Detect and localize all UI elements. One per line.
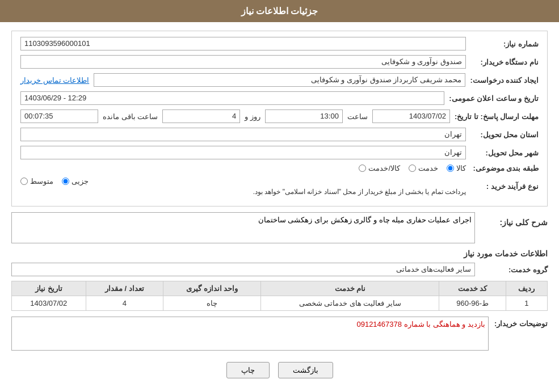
col-unit: واحد اندازه گیری bbox=[163, 281, 261, 296]
page-header: جزئیات اطلاعات نیاز bbox=[0, 0, 559, 22]
buyer-row: نام دستگاه خریدار: صندوق نوآوری و شکوفای… bbox=[20, 55, 539, 69]
back-button[interactable]: بازگشت bbox=[278, 362, 333, 378]
requester-row: ایجاد کننده درخواست: محمد شریفی کاربرداز… bbox=[20, 73, 539, 87]
city-value: تهران bbox=[20, 146, 466, 159]
services-table-header: ردیف کد خدمت نام خدمت واحد اندازه گیری ت… bbox=[12, 281, 548, 296]
col-date: تاریخ نیاز bbox=[12, 281, 86, 296]
process-note: پرداخت تمام یا بخشی از مبلغ خریدار از مح… bbox=[20, 188, 466, 196]
datetime-value: 1403/06/29 - 12:29 bbox=[20, 91, 444, 105]
category-service-radio[interactable] bbox=[409, 165, 416, 172]
response-time: 13:00 bbox=[265, 109, 343, 123]
category-option-goods[interactable]: کالا bbox=[447, 164, 466, 172]
process-partial-label: جزیی bbox=[72, 177, 89, 186]
service-group-value: سایر فعالیت‌های خدماتی bbox=[11, 263, 475, 276]
need-number-value: 1103093596000101 bbox=[20, 37, 466, 50]
col-quantity: تعداد / مقدار bbox=[86, 281, 163, 296]
process-type-label: نوع فرآیند خرید : bbox=[470, 182, 539, 191]
category-goods-radio[interactable] bbox=[447, 165, 454, 172]
datetime-row: تاریخ و ساعت اعلان عمومی: 1403/06/29 - 1… bbox=[20, 91, 539, 105]
process-option-medium[interactable]: متوسط bbox=[20, 177, 53, 186]
col-row-num: ردیف bbox=[506, 281, 547, 296]
category-row: طبقه بندی موضوعی: کالا/خدمت خدمت کالا bbox=[20, 164, 539, 172]
category-label: طبقه بندی موضوعی: bbox=[470, 164, 539, 172]
requester-contact-link[interactable]: اطلاعات تماس خریدار bbox=[20, 76, 89, 85]
buyer-notes-label: توضیحات خریدار: bbox=[494, 317, 548, 328]
category-option-service[interactable]: خدمت bbox=[409, 164, 438, 172]
buyer-label: نام دستگاه خریدار: bbox=[470, 58, 539, 66]
services-table: ردیف کد خدمت نام خدمت واحد اندازه گیری ت… bbox=[11, 281, 548, 311]
cell-row-num: 1 bbox=[506, 296, 547, 311]
cell-quantity: 4 bbox=[86, 296, 163, 311]
response-time-label: ساعت bbox=[347, 112, 368, 121]
cell-service-code: ط-96-960 bbox=[439, 296, 506, 311]
remaining-time: 00:07:35 bbox=[20, 109, 98, 123]
buyer-notes-section: توضیحات خریدار: بازدید و هماهنگی با شمار… bbox=[11, 317, 548, 351]
service-group-row: گروه خدمت: سایر فعالیت‌های خدماتی bbox=[11, 263, 548, 276]
print-button[interactable]: چاپ bbox=[226, 362, 270, 378]
col-service-code: کد خدمت bbox=[439, 281, 506, 296]
province-row: استان محل تحویل: تهران bbox=[20, 128, 539, 141]
buyer-value: صندوق نوآوری و شکوفایی bbox=[20, 55, 466, 69]
general-desc-row: شرح کلی نیاز: bbox=[11, 212, 548, 243]
general-desc-title: شرح کلی نیاز: bbox=[480, 218, 548, 227]
cell-unit: چاه bbox=[163, 296, 261, 311]
buyer-notes-text: بازدید و هماهنگی با شماره 09121467378 bbox=[356, 320, 485, 328]
category-goods-services-radio[interactable] bbox=[359, 165, 366, 172]
cell-date: 1403/07/02 bbox=[12, 296, 86, 311]
remaining-label: ساعت باقی مانده bbox=[103, 112, 158, 121]
process-partial-radio[interactable] bbox=[62, 178, 69, 185]
response-date: 1403/07/02 bbox=[372, 109, 450, 123]
main-info-section: شماره نیاز: 1103093596000101 نام دستگاه … bbox=[11, 31, 548, 206]
need-number-label: شماره نیاز: bbox=[470, 40, 539, 48]
province-value: تهران bbox=[20, 128, 466, 141]
datetime-label: تاریخ و ساعت اعلان عمومی: bbox=[449, 94, 539, 103]
col-service-name: نام خدمت bbox=[261, 281, 439, 296]
response-deadline-row: مهلت ارسال پاسخ: تا تاریخ: 1403/07/02 سا… bbox=[20, 109, 539, 123]
general-desc-textarea[interactable] bbox=[11, 212, 475, 243]
service-group-label: گروه خدمت: bbox=[480, 265, 548, 274]
table-row: 1 ط-96-960 سایر فعالیت های خدماتی شخصی چ… bbox=[12, 296, 548, 311]
process-type-row: نوع فرآیند خرید : متوسط جزیی پرداخت تمام… bbox=[20, 177, 539, 196]
process-radio-group: متوسط جزیی bbox=[20, 177, 466, 186]
city-label: شهر محل تحویل: bbox=[470, 149, 539, 157]
province-label: استان محل تحویل: bbox=[470, 130, 539, 139]
process-option-partial[interactable]: جزیی bbox=[62, 177, 89, 186]
requester-value: محمد شریفی کاربرداز صندوق نوآوری و شکوفا… bbox=[94, 73, 465, 87]
response-deadline-label: مهلت ارسال پاسخ: تا تاریخ: bbox=[455, 112, 539, 121]
response-days-label: روز و bbox=[245, 112, 260, 121]
category-goods-label: کالا bbox=[456, 164, 466, 172]
response-days: 4 bbox=[162, 109, 240, 123]
cell-service-name: سایر فعالیت های خدماتی شخصی bbox=[261, 296, 439, 311]
process-medium-radio[interactable] bbox=[20, 178, 28, 185]
category-option-goods-services[interactable]: کالا/خدمت bbox=[359, 164, 400, 172]
category-radio-group: کالا/خدمت خدمت کالا bbox=[359, 164, 466, 172]
category-goods-services-label: کالا/خدمت bbox=[368, 164, 400, 172]
services-section-title: اطلاعات خدمات مورد نیاز bbox=[11, 249, 548, 258]
page-title: جزئیات اطلاعات نیاز bbox=[241, 6, 318, 16]
requester-label: ایجاد کننده درخواست: bbox=[470, 76, 539, 85]
buyer-notes-value: بازدید و هماهنگی با شماره 09121467378 bbox=[11, 317, 489, 351]
action-buttons: بازگشت چاپ bbox=[11, 362, 548, 378]
category-service-label: خدمت bbox=[418, 164, 438, 172]
city-row: شهر محل تحویل: تهران bbox=[20, 146, 539, 159]
need-number-row: شماره نیاز: 1103093596000101 bbox=[20, 37, 539, 50]
process-medium-label: متوسط bbox=[30, 177, 53, 186]
